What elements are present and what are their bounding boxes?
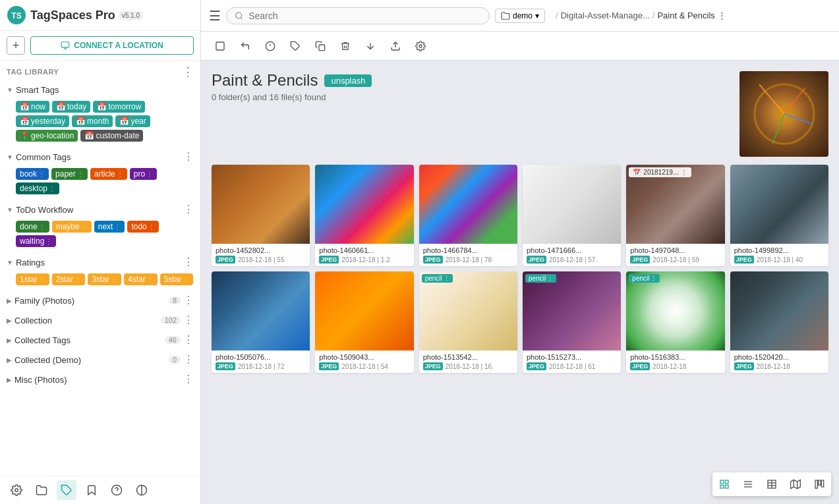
tag-5star[interactable]: 5star ⋮ [160, 273, 194, 285]
select-all-button[interactable] [209, 35, 231, 57]
tag-now[interactable]: 📅now [16, 101, 49, 113]
tag-year[interactable]: 📅year [115, 115, 150, 127]
file-tag-overlay: pencil ⋮ [422, 274, 453, 283]
file-info: photo-1497048... JPEG 2018-12-18 | 59 [626, 244, 724, 266]
tag-2star[interactable]: 2star ⋮ [52, 273, 86, 285]
collected-demo-more-button[interactable]: ⋮ [183, 354, 194, 365]
tag-paper[interactable]: paper ⋮ [51, 168, 88, 180]
search-input[interactable] [248, 11, 481, 21]
settings-footer-icon[interactable] [7, 480, 26, 500]
tag-maybe[interactable]: maybe ⋮ [52, 221, 92, 233]
copy-button[interactable] [309, 35, 332, 57]
file-card[interactable]: pencil ⋮ photo-1513542... JPEG 2018-12-1… [419, 271, 517, 373]
sort-button[interactable] [359, 35, 382, 57]
collection-more-button[interactable]: ⋮ [183, 315, 194, 325]
file-type: JPEG [216, 256, 235, 264]
tag-4star[interactable]: 4star ⋮ [124, 273, 158, 285]
tag-tomorrow[interactable]: 📅tomorrow [93, 101, 145, 113]
file-name: photo-1499892... [734, 246, 825, 254]
file-card[interactable]: photo-1466784... JPEG 2018-12-18 | 78 [419, 165, 517, 266]
tag-yesterday[interactable]: 📅yesterday [16, 115, 69, 127]
connect-location-button[interactable]: CONNECT A LOCATION [30, 36, 194, 55]
tag-todo[interactable]: todo ⋮ [127, 221, 158, 233]
todo-workflow-header[interactable]: ▼ ToDo Workflow ⋮ [0, 201, 200, 218]
map-view-button[interactable] [784, 472, 807, 496]
collection-title: Collection [14, 316, 161, 325]
sidebar-header: TS TagSpaces Pro v5.1.0 [0, 0, 200, 31]
add-button[interactable]: + [7, 36, 25, 55]
file-card[interactable]: photo-1505076... JPEG 2018-12-18 | 72 [212, 271, 310, 373]
tag-now-icon: 📅 [20, 102, 30, 111]
tag-geo-location[interactable]: 📍geo-location [16, 130, 78, 142]
file-type: JPEG [319, 362, 339, 370]
tag-pro[interactable]: pro ⋮ [130, 168, 157, 180]
file-card[interactable]: photo-1471666... JPEG 2018-12-18 | 57. [523, 165, 621, 266]
add-file-button[interactable] [384, 35, 407, 57]
tag-article[interactable]: article ⋮ [90, 168, 127, 180]
toolbar-settings-button[interactable] [409, 35, 432, 57]
file-tag[interactable]: pencil ⋮ [422, 274, 453, 283]
tag-desktop[interactable]: desktop ⋮ [16, 182, 59, 194]
tag-1star[interactable]: 1star ⋮ [16, 273, 49, 285]
location-button[interactable]: demo ▾ [495, 9, 545, 23]
tag-custom-date[interactable]: 📅custom-date [80, 130, 143, 142]
table-view-button[interactable] [760, 472, 784, 496]
misc-more-button[interactable]: ⋮ [183, 374, 194, 385]
ratings-more-button[interactable]: ⋮ [183, 257, 194, 267]
kanban-view-button[interactable] [807, 472, 831, 496]
tag-3star[interactable]: 3star ⋮ [88, 273, 121, 285]
file-tag[interactable]: pencil ⋮ [525, 274, 556, 283]
collected-demo-header[interactable]: ▶ Collected (Demo) 0 ⋮ [0, 351, 200, 368]
common-tags-more-button[interactable]: ⋮ [183, 152, 194, 162]
breadcrumb-item-2[interactable]: Paint & Pencils [657, 11, 714, 20]
file-card[interactable]: photo-1509043... JPEG 2018-12-18 | 54 [315, 271, 413, 373]
family-photos-title: Family (Photos) [14, 296, 169, 306]
file-card[interactable]: photo-1452802... JPEG 2018-12-18 | 55 [212, 165, 310, 266]
breadcrumb-more-button[interactable]: ⋮ [718, 11, 726, 20]
breadcrumb-item-1[interactable]: Digital-Asset-Manage... [561, 11, 650, 20]
common-tags-header[interactable]: ▼ Common Tags ⋮ [0, 148, 200, 165]
file-card[interactable]: photo-1499892... JPEG 2018-12-18 | 40 [730, 165, 828, 266]
file-card[interactable]: photo-1460661... JPEG 2018-12-18 | 1.2 [315, 165, 413, 266]
go-back-button[interactable] [234, 35, 256, 57]
todo-more-button[interactable]: ⋮ [183, 204, 194, 215]
folder-footer-icon[interactable] [32, 480, 51, 500]
file-card[interactable]: photo-1520420... JPEG 2018-12-18 [730, 271, 828, 373]
tag-next[interactable]: next ⋮ [94, 221, 125, 233]
menu-toggle-button[interactable]: ☰ [209, 8, 221, 24]
tag-library-more-button[interactable]: ⋮ [182, 66, 194, 78]
tag-today[interactable]: 📅today [52, 101, 90, 113]
ratings-header[interactable]: ▼ Ratings ⋮ [0, 254, 200, 271]
family-more-button[interactable]: ⋮ [183, 295, 194, 306]
tag-button[interactable] [284, 35, 306, 57]
info-button[interactable] [259, 35, 281, 57]
misc-photos-header[interactable]: ▶ Misc (Photos) ⋮ [0, 371, 200, 388]
bookmark-footer-icon[interactable] [82, 480, 101, 500]
tag-footer-icon[interactable] [57, 480, 76, 500]
file-card[interactable]: pencil ⋮ photo-1515273... JPEG 2018-12-1… [523, 271, 621, 373]
smart-tags-header[interactable]: ▼ Smart Tags [0, 82, 200, 98]
todo-dots: ⋮ [148, 223, 155, 231]
tag-book[interactable]: book ⋮ [16, 168, 49, 180]
tag-month[interactable]: 📅month [72, 115, 113, 127]
grid-view-button[interactable] [712, 472, 736, 496]
collected-tags-header[interactable]: ▶ Collected Tags 46 ⋮ [0, 331, 200, 349]
tag-waiting[interactable]: waiting ⋮ [16, 235, 56, 247]
date-overlay: 📅 20181219... ⋮ [629, 167, 691, 177]
file-card[interactable]: 📅 20181219... ⋮ photo-1497048... JPEG 20… [626, 165, 724, 266]
ratings-tags-row: 1star ⋮ 2star ⋮ 3star ⋮ 4star ⋮ 5star ⋮ [0, 271, 200, 289]
tag-done[interactable]: done ⋮ [16, 221, 49, 233]
contrast-footer-icon[interactable] [132, 480, 152, 500]
file-tag[interactable]: pencil ⋮ [629, 274, 660, 283]
collected-tags-more-button[interactable]: ⋮ [183, 335, 194, 345]
file-meta: JPEG 2018-12-18 | 61 [527, 362, 617, 370]
file-date: 2018-12-18 | 59 [652, 256, 699, 264]
list-view-button[interactable] [736, 472, 760, 496]
help-footer-icon[interactable] [107, 480, 127, 500]
collection-header[interactable]: ▶ Collection 102 ⋮ [0, 312, 200, 329]
file-info: photo-1513542... JPEG 2018-12-18 | 16. [419, 350, 517, 373]
family-photos-header[interactable]: ▶ Family (Photos) 8 ⋮ [0, 292, 200, 309]
file-card[interactable]: pencil ⋮ photo-1516383... JPEG 2018-12-1… [626, 271, 724, 373]
delete-button[interactable] [334, 35, 357, 57]
custom-date-icon: 📅 [84, 131, 94, 140]
